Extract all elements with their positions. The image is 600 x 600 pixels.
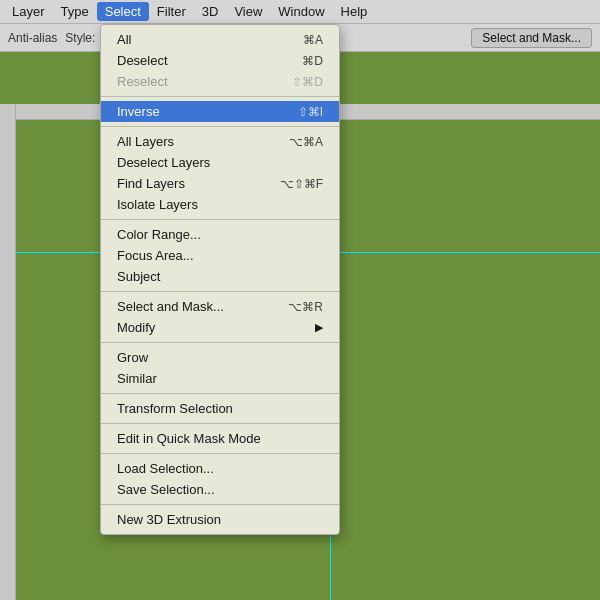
separator-8 — [101, 453, 339, 454]
separator-4 — [101, 291, 339, 292]
menu-item-all-label: All — [117, 32, 131, 47]
menu-window[interactable]: Window — [270, 2, 332, 21]
menu-item-select-mask-label: Select and Mask... — [117, 299, 224, 314]
menu-item-grow-label: Grow — [117, 350, 148, 365]
menu-type[interactable]: Type — [53, 2, 97, 21]
menu-view[interactable]: View — [226, 2, 270, 21]
menu-item-find-layers-label: Find Layers — [117, 176, 185, 191]
separator-9 — [101, 504, 339, 505]
menu-item-isolate-layers-label: Isolate Layers — [117, 197, 198, 212]
menu-item-inverse-label: Inverse — [117, 104, 160, 119]
menu-item-focus-area-label: Focus Area... — [117, 248, 194, 263]
menu-item-select-mask-shortcut: ⌥⌘R — [288, 300, 323, 314]
separator-2 — [101, 126, 339, 127]
menu-item-inverse[interactable]: Inverse ⇧⌘I — [101, 101, 339, 122]
menu-item-all-layers-shortcut: ⌥⌘A — [289, 135, 323, 149]
menu-item-subject[interactable]: Subject — [101, 266, 339, 287]
ruler-vertical — [0, 104, 16, 600]
menu-item-find-layers-shortcut: ⌥⇧⌘F — [280, 177, 323, 191]
menu-item-deselect-label: Deselect — [117, 53, 168, 68]
menu-item-save-selection[interactable]: Save Selection... — [101, 479, 339, 500]
menu-item-focus-area[interactable]: Focus Area... — [101, 245, 339, 266]
menu-filter[interactable]: Filter — [149, 2, 194, 21]
menu-item-inverse-shortcut: ⇧⌘I — [298, 105, 323, 119]
menu-item-load-selection-label: Load Selection... — [117, 461, 214, 476]
menu-item-reselect-shortcut: ⇧⌘D — [292, 75, 323, 89]
menu-item-all-layers-label: All Layers — [117, 134, 174, 149]
menu-item-similar[interactable]: Similar — [101, 368, 339, 389]
menu-item-all[interactable]: All ⌘A — [101, 29, 339, 50]
menu-item-subject-label: Subject — [117, 269, 160, 284]
separator-5 — [101, 342, 339, 343]
menu-item-find-layers[interactable]: Find Layers ⌥⇧⌘F — [101, 173, 339, 194]
menu-item-deselect-layers[interactable]: Deselect Layers — [101, 152, 339, 173]
menu-item-similar-label: Similar — [117, 371, 157, 386]
menu-item-transform-selection[interactable]: Transform Selection — [101, 398, 339, 419]
modify-arrow-icon: ▶ — [315, 321, 323, 334]
separator-1 — [101, 96, 339, 97]
menu-item-deselect[interactable]: Deselect ⌘D — [101, 50, 339, 71]
menu-item-new-3d-extrusion[interactable]: New 3D Extrusion — [101, 509, 339, 530]
menu-item-reselect: Reselect ⇧⌘D — [101, 71, 339, 92]
menu-item-load-selection[interactable]: Load Selection... — [101, 458, 339, 479]
select-and-mask-button[interactable]: Select and Mask... — [471, 28, 592, 48]
menu-item-all-layers[interactable]: All Layers ⌥⌘A — [101, 131, 339, 152]
menu-layer[interactable]: Layer — [4, 2, 53, 21]
menu-item-deselect-layers-label: Deselect Layers — [117, 155, 210, 170]
menu-item-color-range-label: Color Range... — [117, 227, 201, 242]
menubar: Layer Type Select Filter 3D View Window … — [0, 0, 600, 24]
select-dropdown-menu: All ⌘A Deselect ⌘D Reselect ⇧⌘D Inverse … — [100, 24, 340, 535]
menu-item-all-shortcut: ⌘A — [303, 33, 323, 47]
menu-item-modify-label: Modify — [117, 320, 155, 335]
menu-3d[interactable]: 3D — [194, 2, 227, 21]
menu-item-new-3d-extrusion-label: New 3D Extrusion — [117, 512, 221, 527]
menu-item-isolate-layers[interactable]: Isolate Layers — [101, 194, 339, 215]
menu-item-quick-mask-label: Edit in Quick Mask Mode — [117, 431, 261, 446]
menu-select[interactable]: Select — [97, 2, 149, 21]
antialias-label: Anti-alias — [8, 31, 57, 45]
menu-help[interactable]: Help — [333, 2, 376, 21]
menu-item-transform-selection-label: Transform Selection — [117, 401, 233, 416]
menu-item-grow[interactable]: Grow — [101, 347, 339, 368]
menu-item-modify[interactable]: Modify ▶ — [101, 317, 339, 338]
separator-7 — [101, 423, 339, 424]
menu-item-quick-mask[interactable]: Edit in Quick Mask Mode — [101, 428, 339, 449]
menu-item-save-selection-label: Save Selection... — [117, 482, 215, 497]
menu-item-select-mask[interactable]: Select and Mask... ⌥⌘R — [101, 296, 339, 317]
menu-item-deselect-shortcut: ⌘D — [302, 54, 323, 68]
menu-item-reselect-label: Reselect — [117, 74, 168, 89]
separator-3 — [101, 219, 339, 220]
menu-item-color-range[interactable]: Color Range... — [101, 224, 339, 245]
style-label: Style: — [65, 31, 95, 45]
separator-6 — [101, 393, 339, 394]
